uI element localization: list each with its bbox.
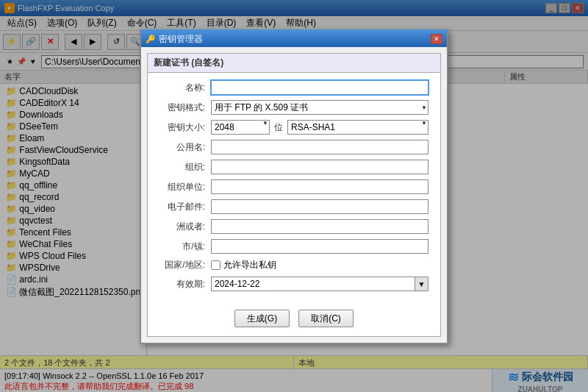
format-label: 密钥格式: — [159, 101, 211, 114]
email-input[interactable] — [211, 199, 429, 214]
org-label: 组织: — [159, 161, 211, 174]
email-row: 电子邮件: — [159, 199, 429, 214]
org-input[interactable] — [211, 160, 429, 174]
key-manager-close-button[interactable]: ✕ — [431, 34, 442, 44]
name-label: 名称: — [159, 82, 211, 94]
city-input[interactable] — [211, 239, 429, 254]
keysize-select-wrapper: 2048 1024 4096 ▼ — [211, 120, 270, 135]
country-label: 国家/地区: — [159, 259, 211, 271]
common-name-input[interactable] — [211, 140, 429, 154]
date-picker-button[interactable]: ▼ — [415, 277, 429, 291]
keysize-label: 密钥大小: — [159, 121, 211, 134]
common-name-label: 公用名: — [159, 141, 211, 154]
common-name-row: 公用名: — [159, 140, 429, 154]
keysize-row: 密钥大小: 2048 1024 4096 ▼ 位 — [159, 120, 429, 135]
algo-select[interactable]: RSA-SHA1 — [287, 120, 429, 135]
export-checkbox-label: 允许导出私钥 — [223, 259, 276, 271]
country-row: 国家/地区: 允许导出私钥 — [159, 259, 429, 271]
generate-button[interactable]: 生成(G) — [234, 310, 290, 327]
locality-label: 洲或者: — [159, 221, 211, 233]
keysize-unit: 位 — [274, 121, 283, 134]
org-row: 组织: — [159, 160, 429, 174]
org-unit-label: 组织单位: — [159, 181, 211, 193]
cancel-button[interactable]: 取消(C) — [298, 310, 354, 327]
expiry-row: 有效期: ▼ — [159, 277, 429, 291]
org-unit-input[interactable] — [211, 179, 429, 194]
city-label: 市/镇: — [159, 240, 211, 253]
format-row: 密钥格式: 用于 FTP 的 X.509 证书 ▼ — [159, 100, 429, 115]
name-row: 名称: — [159, 80, 429, 95]
expiry-date-input[interactable] — [211, 277, 415, 291]
key-manager-title: 密钥管理器 — [159, 33, 203, 46]
email-label: 电子邮件: — [159, 201, 211, 213]
key-manager-dialog: 🔑 密钥管理器 ✕ 新建证书 (自签名) 名称: 密钥格式: — [140, 29, 448, 344]
export-checkbox-row: 允许导出私钥 — [211, 259, 276, 271]
expiry-date-wrapper: ▼ — [211, 277, 429, 291]
name-input[interactable] — [211, 80, 429, 95]
format-select-wrapper: 用于 FTP 的 X.509 证书 ▼ — [211, 100, 429, 115]
expiry-label: 有效期: — [159, 278, 211, 291]
algo-select-wrapper: RSA-SHA1 ▼ — [287, 120, 429, 135]
key-manager-title-bar: 🔑 密钥管理器 ✕ — [141, 31, 447, 47]
city-row: 市/镇: — [159, 239, 429, 254]
locality-row: 洲或者: — [159, 219, 429, 234]
locality-input[interactable] — [211, 219, 429, 234]
dialog-buttons: 生成(G) 取消(C) — [148, 304, 440, 336]
modal-overlay: 🔑 密钥管理器 ✕ 新建证书 (自签名) 名称: 密钥格式: — [0, 0, 588, 392]
export-private-key-checkbox[interactable] — [211, 260, 220, 270]
format-select[interactable]: 用于 FTP 的 X.509 证书 — [211, 100, 429, 115]
cert-dialog-header: 新建证书 (自签名) — [148, 54, 440, 73]
cert-dialog: 新建证书 (自签名) 名称: 密钥格式: 用于 FTP 的 X.509 证书 ▼ — [147, 53, 441, 337]
cert-dialog-body: 名称: 密钥格式: 用于 FTP 的 X.509 证书 ▼ 密钥大小: — [148, 73, 440, 304]
keysize-select[interactable]: 2048 1024 4096 — [211, 120, 270, 135]
org-unit-row: 组织单位: — [159, 179, 429, 194]
